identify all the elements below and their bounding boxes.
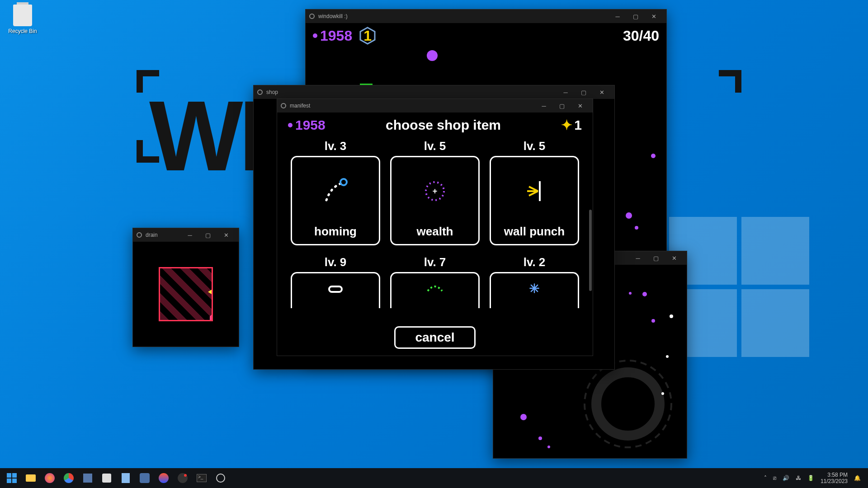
particle xyxy=(642,292,647,296)
taskbar[interactable]: >_ ˄ ⎚ 🔊 🖧 🔋 3:58 PM 11/23/2023 🔔 xyxy=(0,468,868,488)
app-icon[interactable] xyxy=(98,469,116,487)
star-icon: ✦ xyxy=(561,117,572,133)
windowkill-taskbar-icon[interactable] xyxy=(212,469,230,487)
minimize-button[interactable]: ─ xyxy=(535,99,553,112)
particle xyxy=(520,414,527,420)
wealth-icon: + xyxy=(392,157,478,225)
network-icon[interactable]: 🖧 xyxy=(796,475,801,481)
particle xyxy=(626,212,632,219)
window-title: manifest xyxy=(290,103,310,109)
titlebar[interactable]: drain ─ ▢ ✕ xyxy=(133,228,239,242)
shop-grid: lv. 3 homing lv. 5 xyxy=(277,137,593,308)
svg-text:+: + xyxy=(433,187,438,196)
taskbar-clock[interactable]: 3:58 PM 11/23/2023 xyxy=(821,472,848,485)
shop-item: lv. 9 xyxy=(291,255,380,308)
chrome-icon[interactable] xyxy=(60,469,78,487)
clock-time: 3:58 PM xyxy=(821,472,848,478)
cancel-button[interactable]: cancel xyxy=(394,326,476,349)
item-card[interactable]: wall punch xyxy=(490,156,579,245)
score-dot-icon xyxy=(313,33,317,38)
item-level: lv. 5 xyxy=(524,139,546,153)
item-name: wall punch xyxy=(504,225,565,239)
terminal-icon[interactable]: >_ xyxy=(193,469,211,487)
close-button[interactable]: ✕ xyxy=(665,252,683,264)
item-card[interactable] xyxy=(390,272,480,308)
app-icon xyxy=(309,14,315,19)
particle xyxy=(651,319,655,323)
close-button[interactable]: ✕ xyxy=(217,229,235,241)
maximize-button[interactable]: ▢ xyxy=(575,86,593,99)
notification-icon[interactable]: 🔔 xyxy=(854,475,861,481)
svg-point-4 xyxy=(340,179,347,185)
item-icon xyxy=(392,273,478,303)
snowflake-icon xyxy=(491,273,578,303)
hazard-box xyxy=(159,267,213,321)
item-level: lv. 5 xyxy=(424,139,446,153)
triangle-icon xyxy=(208,286,213,298)
titlebar[interactable]: windowkill :) ─ ▢ ✕ xyxy=(306,9,666,23)
tray-icon[interactable]: ⎚ xyxy=(773,475,776,481)
particle xyxy=(635,226,638,230)
close-button[interactable]: ✕ xyxy=(593,86,611,99)
start-button[interactable] xyxy=(3,469,21,487)
app-icon[interactable] xyxy=(155,469,173,487)
particle xyxy=(661,392,664,395)
hex-badge: 1 xyxy=(359,27,377,45)
item-card[interactable]: homing xyxy=(291,156,380,245)
shop-header: 1958 choose shop item ✦ 1 xyxy=(277,113,593,137)
close-button[interactable]: ✕ xyxy=(571,99,589,112)
close-button[interactable]: ✕ xyxy=(645,10,663,23)
star-count: 1 xyxy=(574,117,582,133)
scrollbar-thumb[interactable] xyxy=(589,210,592,291)
shop-item: lv. 7 xyxy=(390,255,480,308)
drain-area[interactable] xyxy=(133,242,239,347)
recycle-bin-icon[interactable]: Recycle Bin xyxy=(7,5,38,34)
titlebar[interactable]: manifest ─ ▢ ✕ xyxy=(277,99,593,113)
shop-item-wealth: lv. 5 + wealth xyxy=(390,139,480,245)
maximize-button[interactable]: ▢ xyxy=(647,252,665,264)
app-icon[interactable] xyxy=(174,469,192,487)
manifest-window[interactable]: manifest ─ ▢ ✕ 1958 choose shop item ✦ 1… xyxy=(277,99,593,356)
shop-item-homing: lv. 3 homing xyxy=(291,139,380,245)
score-dot-icon xyxy=(288,123,292,127)
wallpaper-bracket xyxy=(137,70,159,93)
tray-chevron-icon[interactable]: ˄ xyxy=(764,475,767,481)
firefox-icon[interactable] xyxy=(41,469,59,487)
maximize-button[interactable]: ▢ xyxy=(199,229,217,241)
item-card[interactable]: + wealth xyxy=(390,156,480,245)
titlebar[interactable]: shop ─ ▢ ✕ xyxy=(254,85,614,99)
app-icon[interactable] xyxy=(136,469,154,487)
enemy-orb xyxy=(427,50,438,61)
scrollbar[interactable] xyxy=(588,183,592,318)
shop-item: lv. 2 xyxy=(490,255,579,308)
wall-punch-icon xyxy=(491,157,578,225)
item-icon xyxy=(292,273,379,303)
minimize-button[interactable]: ─ xyxy=(629,252,647,264)
window-title: drain xyxy=(146,232,158,238)
volume-icon[interactable]: 🔊 xyxy=(783,475,789,481)
maximize-button[interactable]: ▢ xyxy=(627,10,645,23)
particle xyxy=(538,436,542,440)
shop-score: 1958 xyxy=(295,117,326,133)
app-icon[interactable] xyxy=(117,469,135,487)
app-icon xyxy=(137,232,142,238)
minimize-button[interactable]: ─ xyxy=(609,10,627,23)
homing-icon xyxy=(292,157,379,225)
minimize-button[interactable]: ─ xyxy=(557,86,575,99)
item-card[interactable] xyxy=(291,272,380,308)
minimize-button[interactable]: ─ xyxy=(181,229,199,241)
hex-count: 1 xyxy=(363,28,372,44)
drain-window[interactable]: drain ─ ▢ ✕ xyxy=(132,228,239,347)
item-name: wealth xyxy=(417,225,453,239)
explorer-icon[interactable] xyxy=(22,469,40,487)
recycle-bin-label: Recycle Bin xyxy=(7,28,38,34)
maximize-button[interactable]: ▢ xyxy=(553,99,571,112)
battery-icon[interactable]: 🔋 xyxy=(807,475,814,481)
app-icon[interactable] xyxy=(79,469,97,487)
svg-rect-11 xyxy=(329,286,342,292)
system-tray[interactable]: ˄ ⎚ 🔊 🖧 🔋 3:58 PM 11/23/2023 🔔 xyxy=(764,472,865,485)
particle xyxy=(666,355,669,358)
item-card[interactable] xyxy=(490,272,579,308)
score-value: 1958 xyxy=(320,28,352,44)
particle xyxy=(670,314,673,318)
